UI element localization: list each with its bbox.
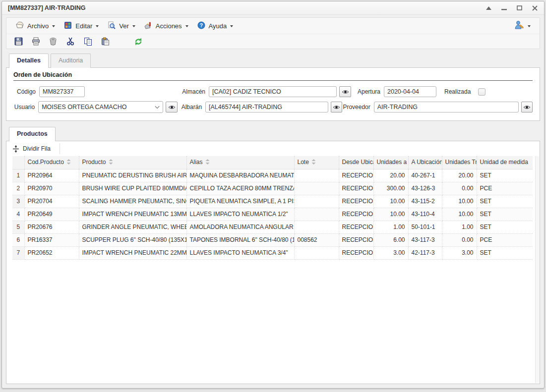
cell[interactable]: 42-117-3 — [408, 247, 442, 260]
cell[interactable]: RECEPCION — [339, 221, 373, 234]
table-row[interactable]: 5PR20676GRINDER ANGLE PNEUMATIC, WHEEL S… — [12, 221, 533, 234]
cell[interactable]: 43-110-4 — [408, 208, 442, 221]
cell[interactable]: PCE — [477, 182, 533, 195]
cell[interactable]: 40-267-1 — [408, 169, 442, 182]
cell[interactable]: 3.00 — [373, 247, 408, 260]
cell[interactable]: PR16337 — [24, 234, 79, 247]
cell[interactable]: RECEPCION — [339, 169, 373, 182]
cell[interactable]: RECEPCION — [339, 234, 373, 247]
cell[interactable]: 6.00 — [373, 234, 408, 247]
cell[interactable]: 50-101-1 — [408, 221, 442, 234]
column-header-desde-ubica[interactable]: Desde Ubica — [339, 156, 373, 169]
cell[interactable]: 20.00 — [442, 169, 477, 182]
cell[interactable]: 300.00 — [373, 182, 408, 195]
cell[interactable]: RECEPCION — [339, 182, 373, 195]
print-icon[interactable] — [31, 37, 41, 47]
cell[interactable]: RECEPCION — [339, 247, 373, 260]
cell[interactable]: 1.00 — [442, 221, 477, 234]
save-icon[interactable] — [13, 37, 23, 47]
column-header-unidades-tr[interactable]: Unidades Tr — [442, 156, 477, 169]
row-number-cell[interactable]: 4 — [12, 208, 24, 221]
table-row[interactable]: 6PR16337SCUPPER PLUG 6" SCH-40/80 (135X1… — [12, 234, 533, 247]
maximize-icon[interactable] — [516, 4, 523, 11]
cell[interactable] — [294, 247, 339, 260]
cell[interactable]: IMPACT WRENCH PNEUMATIC 22MM, 1 — [79, 247, 186, 260]
row-number-cell[interactable]: 3 — [12, 195, 24, 208]
tab-detalles[interactable]: Detalles — [9, 54, 49, 68]
column-header-lote[interactable]: Lote — [294, 156, 339, 169]
almacen-lookup-button[interactable] — [339, 86, 351, 97]
almacen-input[interactable] — [209, 86, 337, 97]
collapse-icon[interactable] — [485, 4, 492, 11]
cell[interactable]: PR20652 — [24, 247, 79, 260]
column-header-a-ubicaci-n[interactable]: A Ubicación — [408, 156, 442, 169]
minimize-icon[interactable] — [500, 4, 507, 11]
cell[interactable]: 43-126-3 — [408, 182, 442, 195]
cell[interactable]: 10.00 — [373, 208, 408, 221]
cell[interactable]: 10.00 — [442, 195, 477, 208]
cell[interactable] — [294, 221, 339, 234]
cell[interactable]: SET — [477, 208, 533, 221]
cell[interactable]: PR20970 — [24, 182, 79, 195]
menu-archivo[interactable]: Archivo — [11, 19, 60, 32]
cell[interactable]: 20.00 — [373, 169, 408, 182]
cell[interactable]: SET — [477, 247, 533, 260]
row-number-cell[interactable]: 1 — [12, 169, 24, 182]
cell[interactable]: 43-115-2 — [408, 195, 442, 208]
column-header-producto[interactable]: Producto — [79, 156, 186, 169]
cell[interactable]: RECEPCION — [339, 195, 373, 208]
cell[interactable]: PR20649 — [24, 208, 79, 221]
cell[interactable]: 10.00 — [442, 208, 477, 221]
column-header-alias[interactable]: Alias — [186, 156, 294, 169]
tab-productos[interactable]: Productos — [9, 127, 56, 141]
menu-ayuda[interactable]: ? Ayuda — [193, 19, 238, 33]
cell[interactable]: PR20964 — [24, 169, 79, 182]
cell[interactable]: PNEUMATIC DERUSTING BRUSH AIR MA — [79, 169, 186, 182]
usuario-lookup-button[interactable] — [166, 102, 178, 112]
cell[interactable] — [294, 195, 339, 208]
row-number-cell[interactable]: 5 — [12, 221, 24, 234]
cell[interactable] — [294, 182, 339, 195]
cell[interactable]: 0.00 — [442, 182, 477, 195]
refresh-icon[interactable] — [133, 37, 143, 47]
cell[interactable]: IMPACT WRENCH PNEUMATIC 13MM, 1 — [79, 208, 186, 221]
cell[interactable] — [294, 208, 339, 221]
cell[interactable]: LLAVES IMPACTO NEUMATICA 1/2" — [186, 208, 294, 221]
copy-icon[interactable] — [83, 37, 93, 47]
cell[interactable] — [294, 169, 339, 182]
cell[interactable]: 0.00 — [442, 234, 477, 247]
proveedor-lookup-button[interactable] — [521, 102, 533, 112]
cell[interactable]: SET — [477, 221, 533, 234]
table-row[interactable]: 3PR20704SCALING HAMMER PNEUMATIC, SINGLE… — [12, 195, 533, 208]
menu-ver[interactable]: Ver — [103, 19, 140, 33]
cell[interactable]: 008562 — [294, 234, 339, 247]
row-number-cell[interactable]: 6 — [12, 234, 24, 247]
cell[interactable]: 1.00 — [373, 221, 408, 234]
column-header-unidades-a-i[interactable]: Unidades a I — [373, 156, 408, 169]
row-number-cell[interactable]: 7 — [12, 247, 24, 260]
cell[interactable]: TAPONES IMBORNAL 6" SCH-40/80 (13 — [186, 234, 294, 247]
table-row[interactable]: 4PR20649IMPACT WRENCH PNEUMATIC 13MM, 1L… — [12, 208, 533, 221]
cell[interactable]: 43-117-3 — [408, 234, 442, 247]
usuario-combobox[interactable]: MOISES ORTEGA CAMACHO — [38, 101, 163, 113]
cut-icon[interactable] — [65, 37, 75, 47]
cell[interactable]: MAQUINA DESBARBADORA NEUMATICA — [186, 169, 294, 182]
realizada-checkbox[interactable] — [478, 88, 485, 96]
menu-editar[interactable]: Editar — [60, 19, 103, 33]
cell[interactable]: SCALING HAMMER PNEUMATIC, SINGLE — [79, 195, 186, 208]
table-row[interactable]: 2PR20970BRUSH WIRE CUP PLAITED 80MMDIA, … — [12, 182, 533, 195]
paste-icon[interactable] — [100, 37, 110, 47]
apertura-input[interactable] — [384, 86, 436, 97]
column-header-unidad-de-medida[interactable]: Unidad de medida — [477, 156, 533, 169]
albaran-lookup-button[interactable] — [331, 102, 342, 112]
menu-acciones[interactable]: Acciones — [140, 19, 193, 33]
cell[interactable]: 10.00 — [373, 195, 408, 208]
cell[interactable]: LLAVES IMPACTO NEUMATICA 3/4" — [186, 247, 294, 260]
cell[interactable]: CEPILLO TAZA ACERO 80MM TRENZADO — [186, 182, 294, 195]
cell[interactable]: GRINDER ANGLE PNEUMATIC, WHEEL S — [79, 221, 186, 234]
codigo-input[interactable] — [39, 86, 85, 97]
cell[interactable]: SET — [477, 195, 533, 208]
cell[interactable]: 3.00 — [442, 247, 477, 260]
albaran-input[interactable] — [205, 102, 328, 112]
cell[interactable]: RECEPCION — [339, 208, 373, 221]
